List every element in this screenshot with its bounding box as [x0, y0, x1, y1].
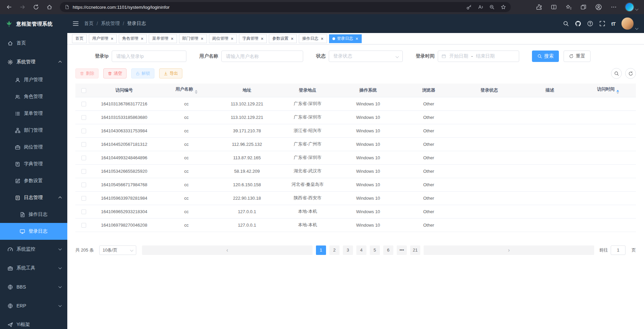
page-button-3[interactable]: 3 — [343, 245, 353, 255]
avatar[interactable] — [621, 18, 634, 30]
font-size-button[interactable]: tT — [611, 21, 615, 27]
tab-close-icon[interactable]: × — [291, 36, 293, 41]
clear-button[interactable]: 清空 — [103, 68, 127, 78]
tab-close-icon[interactable]: × — [321, 36, 323, 41]
tab-post-management[interactable]: 岗位管理× — [209, 34, 237, 43]
tab-role-management[interactable]: 角色管理× — [119, 34, 147, 43]
tab-menu-management[interactable]: 菜单管理× — [149, 34, 177, 43]
page-button-5[interactable]: 5 — [370, 245, 380, 255]
sidebar-item-system-monitoring[interactable]: 系统监控 — [0, 240, 67, 259]
goto-page-input[interactable] — [611, 245, 625, 255]
sidebar-item-system-management[interactable]: 系统管理 — [0, 53, 67, 71]
username-input[interactable] — [221, 51, 303, 62]
tab-home[interactable]: 首页 — [72, 34, 87, 43]
browser-profile-button[interactable] — [595, 4, 602, 10]
browser-home-button[interactable] — [44, 1, 55, 13]
sidebar-item-bbs[interactable]: BBS — [0, 277, 67, 296]
row-checkbox[interactable] — [81, 142, 86, 147]
tab-close-icon[interactable]: × — [261, 36, 263, 41]
row-checkbox[interactable] — [81, 223, 86, 228]
read-aloud-button[interactable] — [478, 4, 483, 10]
tab-close-icon[interactable]: × — [231, 36, 234, 41]
favorites-button[interactable] — [566, 4, 572, 10]
sidebar-item-erp[interactable]: ERP — [0, 296, 67, 315]
header-search-button[interactable] — [563, 21, 569, 27]
sidebar-item-yi-framework[interactable]: Yi框架 — [0, 315, 67, 329]
tab-close-icon[interactable]: × — [171, 36, 173, 41]
sidebar-item-log-management[interactable]: 日志管理 — [0, 189, 67, 206]
tab-close-icon[interactable]: × — [201, 36, 204, 41]
select-all-checkbox[interactable] — [81, 88, 86, 93]
page-ellipsis[interactable]: ••• — [397, 245, 407, 255]
sort-caret-icon[interactable] — [195, 90, 198, 94]
page-button-4[interactable]: 4 — [356, 245, 366, 255]
tab-close-icon[interactable]: × — [111, 36, 113, 41]
sidebar-item-parameter-settings[interactable]: 参数设置 — [0, 172, 67, 189]
row-checkbox[interactable] — [81, 115, 86, 120]
address-bar[interactable]: https://ccnetcore.com:1101/system/log/lo… — [60, 2, 511, 12]
status-select[interactable]: 登录状态 — [329, 51, 403, 62]
delete-button[interactable]: 删除 — [75, 68, 99, 78]
breadcrumb-item[interactable]: 首页 — [84, 21, 94, 27]
browser-forward-button[interactable] — [17, 1, 28, 13]
date-range-picker[interactable]: 开始日期 - 结束日期 — [438, 51, 519, 62]
ip-input[interactable] — [112, 51, 186, 62]
browser-menu-button[interactable] — [611, 4, 617, 10]
tab-close-icon[interactable]: × — [141, 36, 143, 41]
page-button-6[interactable]: 6 — [383, 245, 393, 255]
browser-back-button[interactable] — [3, 1, 15, 13]
prev-page-button[interactable]: ‹ — [142, 245, 313, 255]
sidebar-item-user-management[interactable]: 用户管理 — [0, 71, 67, 88]
sidebar-item-system-tools[interactable]: 系统工具 — [0, 259, 67, 277]
github-button[interactable] — [575, 21, 581, 27]
tab-close-icon[interactable]: × — [356, 36, 358, 41]
copilot-button[interactable] — [625, 3, 638, 11]
sidebar-item-home[interactable]: 首页 — [0, 34, 67, 53]
table-refresh-button[interactable] — [625, 68, 636, 79]
page-button-1[interactable]: 1 — [316, 245, 326, 255]
tab-user-management[interactable]: 用户管理× — [89, 34, 117, 43]
row-checkbox[interactable] — [81, 209, 86, 214]
split-screen-button[interactable] — [551, 4, 557, 10]
page-size-select[interactable]: 10条/页 — [99, 245, 136, 255]
collections-button[interactable] — [580, 4, 586, 10]
add-favorite-button[interactable] — [501, 4, 506, 10]
unlock-button[interactable]: 解锁 — [131, 68, 154, 78]
sidebar-item-dictionary-management[interactable]: 字典管理 — [0, 156, 67, 172]
reset-button[interactable]: 重置 — [564, 51, 591, 62]
row-checkbox[interactable] — [81, 156, 86, 160]
table-search-button[interactable] — [611, 68, 622, 79]
sidebar-item-role-management[interactable]: 角色管理 — [0, 88, 67, 105]
row-checkbox[interactable] — [81, 169, 86, 174]
sort-caret-icon[interactable] — [616, 90, 619, 94]
sidebar-toggle-button[interactable] — [67, 21, 84, 27]
tab-operation-log[interactable]: 操作日志× — [299, 34, 327, 43]
header-cell-visit_time[interactable]: 访问时间 — [580, 84, 636, 97]
sidebar-item-menu-management[interactable]: 菜单管理 — [0, 105, 67, 122]
breadcrumb-item[interactable]: 系统管理 — [101, 21, 120, 27]
help-button[interactable] — [587, 21, 593, 27]
export-button[interactable]: 导出 — [159, 68, 182, 78]
extensions-button[interactable] — [536, 4, 542, 10]
page-button-21[interactable]: 21 — [410, 245, 420, 255]
row-checkbox[interactable] — [81, 196, 86, 201]
next-page-button[interactable]: › — [424, 245, 594, 255]
tab-department-management[interactable]: 部门管理× — [179, 34, 207, 43]
row-checkbox[interactable] — [81, 102, 86, 106]
tab-dictionary-management[interactable]: 字典管理× — [239, 34, 267, 43]
page-button-2[interactable]: 2 — [329, 245, 339, 255]
browser-refresh-button[interactable] — [30, 1, 42, 13]
header-cell-username[interactable]: 用户名称 — [156, 84, 217, 97]
password-key-button[interactable] — [466, 4, 472, 10]
sidebar-item-login-log[interactable]: 登录日志 — [0, 223, 67, 240]
sidebar-item-department-management[interactable]: 部门管理 — [0, 122, 67, 139]
fullscreen-button[interactable] — [599, 21, 605, 27]
zoom-button[interactable] — [489, 4, 495, 10]
row-checkbox[interactable] — [81, 129, 86, 133]
tab-login-log[interactable]: 登录日志× — [329, 34, 362, 43]
row-checkbox[interactable] — [81, 183, 86, 187]
tab-parameter-settings[interactable]: 参数设置× — [269, 34, 297, 43]
sidebar-item-operation-log[interactable]: 操作日志 — [0, 206, 67, 223]
sidebar-item-post-management[interactable]: 岗位管理 — [0, 139, 67, 156]
search-button[interactable]: 搜索 — [532, 51, 559, 62]
